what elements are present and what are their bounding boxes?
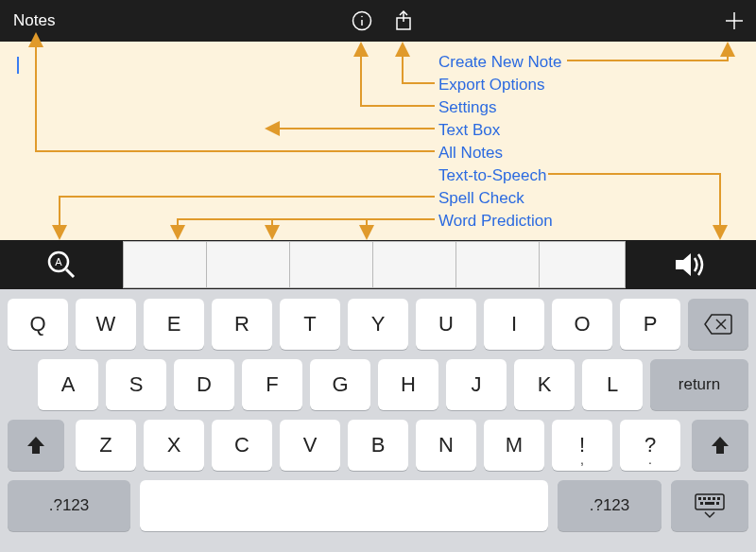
prediction-slot[interactable]: [290, 242, 373, 287]
prediction-slot[interactable]: [373, 242, 456, 287]
note-text-area[interactable]: [0, 42, 756, 240]
key-p[interactable]: P: [620, 299, 680, 350]
svg-marker-10: [676, 253, 691, 276]
key-symbols-right[interactable]: .?123: [558, 480, 662, 531]
backspace-icon: [704, 314, 732, 335]
key-n[interactable]: N: [416, 420, 476, 471]
svg-rect-14: [698, 497, 701, 500]
svg-rect-20: [705, 502, 714, 505]
key-q[interactable]: Q: [8, 299, 68, 350]
svg-rect-19: [700, 502, 703, 505]
key-period[interactable]: ? .: [620, 420, 680, 471]
key-i[interactable]: I: [484, 299, 544, 350]
keyboard-accessory-bar: A: [0, 240, 756, 289]
onscreen-keyboard: Q W E R T Y U I O P A S D F G H J K L re…: [0, 289, 756, 552]
key-e[interactable]: E: [144, 299, 204, 350]
dismiss-keyboard-icon: [694, 492, 726, 519]
key-f[interactable]: F: [242, 359, 302, 410]
key-return[interactable]: return: [650, 359, 748, 410]
prediction-slot[interactable]: [540, 242, 625, 287]
key-backspace[interactable]: [688, 299, 748, 350]
key-d[interactable]: D: [174, 359, 234, 410]
text-cursor: [17, 57, 19, 74]
info-icon: [352, 10, 372, 31]
svg-point-2: [361, 16, 363, 18]
new-note-button[interactable]: [720, 0, 748, 42]
svg-rect-21: [716, 502, 719, 505]
key-u[interactable]: U: [416, 299, 476, 350]
top-toolbar: Notes: [0, 0, 756, 42]
key-b[interactable]: B: [348, 420, 408, 471]
svg-rect-15: [703, 497, 706, 500]
key-j[interactable]: J: [446, 359, 507, 410]
notes-back-button[interactable]: Notes: [13, 11, 55, 30]
key-g[interactable]: G: [310, 359, 370, 410]
key-space[interactable]: [140, 480, 548, 531]
plus-icon: [724, 10, 745, 31]
text-to-speech-button[interactable]: [626, 240, 756, 289]
key-z[interactable]: Z: [76, 420, 136, 471]
spell-check-button[interactable]: A: [0, 240, 123, 289]
svg-rect-18: [717, 497, 720, 500]
key-h[interactable]: H: [378, 359, 438, 410]
word-prediction-strip: [123, 241, 626, 288]
shift-icon: [26, 435, 46, 456]
key-a[interactable]: A: [38, 359, 98, 410]
svg-text:A: A: [55, 256, 62, 267]
key-shift-right[interactable]: [692, 420, 748, 471]
speaker-icon: [674, 250, 708, 279]
shift-icon: [710, 435, 730, 456]
key-k[interactable]: K: [514, 359, 575, 410]
key-s[interactable]: S: [106, 359, 166, 410]
key-y[interactable]: Y: [348, 299, 408, 350]
prediction-slot[interactable]: [124, 242, 207, 287]
settings-button[interactable]: [348, 0, 376, 42]
key-t[interactable]: T: [280, 299, 340, 350]
key-m[interactable]: M: [484, 420, 544, 471]
key-comma[interactable]: ! ,: [552, 420, 612, 471]
key-o[interactable]: O: [552, 299, 612, 350]
key-l[interactable]: L: [582, 359, 643, 410]
key-w[interactable]: W: [76, 299, 136, 350]
prediction-slot[interactable]: [456, 242, 540, 287]
share-icon: [393, 9, 414, 32]
key-shift-left[interactable]: [8, 420, 64, 471]
spellcheck-icon: A: [45, 249, 77, 281]
key-r[interactable]: R: [212, 299, 272, 350]
key-v[interactable]: V: [280, 420, 340, 471]
key-x[interactable]: X: [144, 420, 204, 471]
prediction-slot[interactable]: [207, 242, 290, 287]
svg-rect-16: [708, 497, 711, 500]
key-symbols-left[interactable]: .?123: [8, 480, 130, 531]
key-c[interactable]: C: [212, 420, 272, 471]
svg-rect-17: [713, 497, 715, 500]
key-dismiss-keyboard[interactable]: [671, 480, 748, 531]
export-button[interactable]: [389, 0, 418, 42]
svg-line-8: [66, 269, 74, 277]
